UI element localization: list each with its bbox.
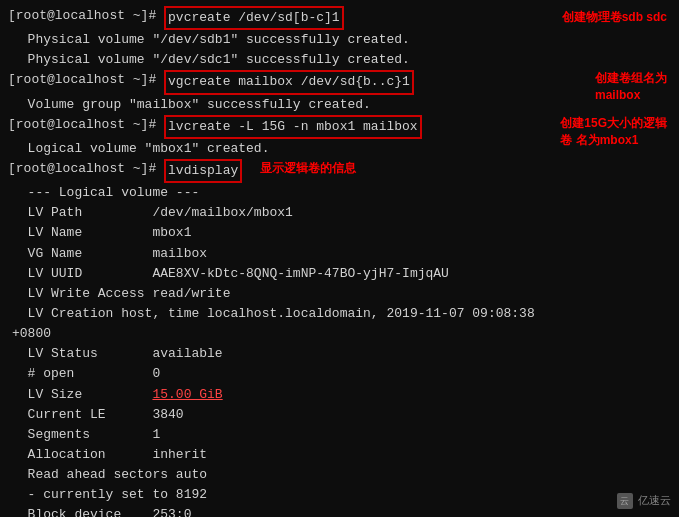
lv-write-access: LV Write Access read/write <box>12 284 671 304</box>
current-le: Current LE 3840 <box>12 405 671 425</box>
command-line-3: [root@localhost ~]# lvcreate -L 15G -n m… <box>8 115 671 139</box>
output-line-1a: Physical volume "/dev/sdb1" successfully… <box>12 30 671 50</box>
output-line-1b: Physical volume "/dev/sdc1" successfully… <box>12 50 671 70</box>
annotation-pvcreate: 创建物理卷sdb sdc <box>562 8 667 27</box>
command-line-4: [root@localhost ~]# lvdisplay 显示逻辑卷的信息 <box>8 159 671 183</box>
cmd-lvdisplay: lvdisplay <box>164 159 242 183</box>
read-ahead-sectors: Read ahead sectors auto <box>12 465 671 485</box>
allocation: Allocation inherit <box>12 445 671 465</box>
currently-set-to: - currently set to 8192 <box>12 485 671 505</box>
output-text: Volume group "mailbox" successfully crea… <box>12 95 371 115</box>
vg-name: VG Name mailbox <box>12 244 671 264</box>
lv-path: LV Path /dev/mailbox/mbox1 <box>12 203 671 223</box>
cmd-lvcreate: lvcreate -L 15G -n mbox1 mailbox <box>164 115 422 139</box>
lv-creation-host: LV Creation host, time localhost.localdo… <box>12 304 671 324</box>
cmd-pvcreate: pvcreate /dev/sd[b-c]1 <box>164 6 344 30</box>
output-line-3a: Logical volume "mbox1" created. <box>12 139 671 159</box>
prompt-1: [root@localhost ~]# <box>8 6 164 26</box>
output-line-2a: Volume group "mailbox" successfully crea… <box>12 95 671 115</box>
lv-name: LV Name mbox1 <box>12 223 671 243</box>
command-line-2: [root@localhost ~]# vgcreate mailbox /de… <box>8 70 671 94</box>
lv-header: --- Logical volume --- <box>12 183 671 203</box>
prompt-3: [root@localhost ~]# <box>8 115 164 135</box>
watermark-text: 亿速云 <box>638 494 671 506</box>
prompt-4: [root@localhost ~]# <box>8 159 164 179</box>
command-line-1: [root@localhost ~]# pvcreate /dev/sd[b-c… <box>8 6 671 30</box>
prompt-2: [root@localhost ~]# <box>8 70 164 90</box>
lv-uuid: LV UUID AAE8XV-kDtc-8QNQ-imNP-47BO-yjH7-… <box>12 264 671 284</box>
segments: Segments 1 <box>12 425 671 445</box>
watermark-icon: 云 <box>617 493 633 509</box>
lv-size: LV Size 15.00 GiB <box>12 385 671 405</box>
cmd-vgcreate: vgcreate mailbox /dev/sd{b..c}1 <box>164 70 414 94</box>
lv-status: LV Status available <box>12 344 671 364</box>
annotation-lvdisplay: 显示逻辑卷的信息 <box>260 159 356 178</box>
output-text: Logical volume "mbox1" created. <box>12 139 269 159</box>
lv-creation-tz: +0800 <box>12 324 671 344</box>
output-text: Physical volume "/dev/sdb1" successfully… <box>12 30 410 50</box>
block-device: Block device 253:0 <box>12 505 671 517</box>
watermark: 云 亿速云 <box>617 493 671 509</box>
terminal: [root@localhost ~]# pvcreate /dev/sd[b-c… <box>0 0 679 517</box>
output-text: Physical volume "/dev/sdc1" successfully… <box>12 50 410 70</box>
lv-open: # open 0 <box>12 364 671 384</box>
